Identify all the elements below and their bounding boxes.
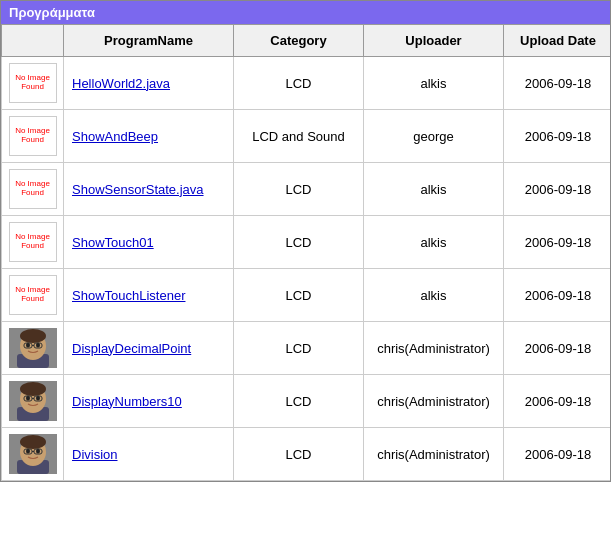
uploader-cell: alkis — [364, 163, 504, 216]
program-name-link[interactable]: HelloWorld2.java — [72, 76, 170, 91]
table-row: DivisionLCDchris(Administrator)2006-09-1… — [2, 428, 611, 481]
no-image-placeholder: No ImageFound — [9, 63, 57, 103]
table-row: DisplayNumbers10LCDchris(Administrator)2… — [2, 375, 611, 428]
upload-date-cell: 2006-09-18 — [504, 216, 611, 269]
image-cell — [2, 322, 64, 375]
upload-date-cell: 2006-09-18 — [504, 57, 611, 110]
programs-table: ProgramName Category Uploader Upload Dat… — [1, 24, 610, 481]
category-cell: LCD — [234, 216, 364, 269]
uploader-cell: alkis — [364, 216, 504, 269]
image-cell — [2, 375, 64, 428]
uploader-cell: george — [364, 110, 504, 163]
program-name-link[interactable]: Division — [72, 447, 118, 462]
no-image-placeholder: No ImageFound — [9, 116, 57, 156]
program-name-cell: Division — [64, 428, 234, 481]
upload-date-cell: 2006-09-18 — [504, 163, 611, 216]
upload-date-cell: 2006-09-18 — [504, 269, 611, 322]
svg-point-14 — [20, 382, 46, 396]
uploader-cell: alkis — [364, 57, 504, 110]
col-header-category: Category — [234, 25, 364, 57]
table-container: ProgramName Category Uploader Upload Dat… — [1, 24, 610, 481]
image-cell: No ImageFound — [2, 269, 64, 322]
uploader-cell: chris(Administrator) — [364, 375, 504, 428]
upload-date-cell: 2006-09-18 — [504, 322, 611, 375]
category-cell: LCD — [234, 163, 364, 216]
program-name-cell: DisplayDecimalPoint — [64, 322, 234, 375]
table-row: No ImageFoundShowAndBeepLCD and Soundgeo… — [2, 110, 611, 163]
no-image-placeholder: No ImageFound — [9, 275, 57, 315]
program-name-cell: ShowTouchListener — [64, 269, 234, 322]
category-cell: LCD — [234, 322, 364, 375]
table-header-row: ProgramName Category Uploader Upload Dat… — [2, 25, 611, 57]
upload-date-cell: 2006-09-18 — [504, 375, 611, 428]
image-cell: No ImageFound — [2, 163, 64, 216]
col-header-image — [2, 25, 64, 57]
uploader-cell: chris(Administrator) — [364, 322, 504, 375]
thumbnail — [9, 381, 57, 421]
program-name-link[interactable]: ShowSensorState.java — [72, 182, 204, 197]
table-row: No ImageFoundShowSensorState.javaLCDalki… — [2, 163, 611, 216]
category-cell: LCD — [234, 57, 364, 110]
image-cell — [2, 428, 64, 481]
table-row: No ImageFoundHelloWorld2.javaLCDalkis200… — [2, 57, 611, 110]
category-cell: LCD — [234, 269, 364, 322]
title-bar: Προγράμματα — [1, 1, 610, 24]
image-cell: No ImageFound — [2, 216, 64, 269]
image-cell: No ImageFound — [2, 110, 64, 163]
category-cell: LCD and Sound — [234, 110, 364, 163]
program-name-cell: DisplayNumbers10 — [64, 375, 234, 428]
program-name-link[interactable]: ShowTouch01 — [72, 235, 154, 250]
no-image-placeholder: No ImageFound — [9, 222, 57, 262]
category-cell: LCD — [234, 428, 364, 481]
upload-date-cell: 2006-09-18 — [504, 110, 611, 163]
thumbnail — [9, 328, 57, 368]
program-name-cell: ShowAndBeep — [64, 110, 234, 163]
program-name-cell: ShowTouch01 — [64, 216, 234, 269]
uploader-cell: chris(Administrator) — [364, 428, 504, 481]
program-name-link[interactable]: DisplayDecimalPoint — [72, 341, 191, 356]
table-row: No ImageFoundShowTouchListenerLCDalkis20… — [2, 269, 611, 322]
program-name-cell: ShowSensorState.java — [64, 163, 234, 216]
col-header-uploader: Uploader — [364, 25, 504, 57]
image-cell: No ImageFound — [2, 57, 64, 110]
upload-date-cell: 2006-09-18 — [504, 428, 611, 481]
main-window: Προγράμματα ProgramName Category Uploade… — [0, 0, 611, 482]
svg-point-4 — [20, 329, 46, 343]
svg-point-24 — [20, 435, 46, 449]
no-image-placeholder: No ImageFound — [9, 169, 57, 209]
col-header-uploaddate: Upload Date — [504, 25, 611, 57]
thumbnail — [9, 434, 57, 474]
program-name-link[interactable]: ShowTouchListener — [72, 288, 185, 303]
program-name-cell: HelloWorld2.java — [64, 57, 234, 110]
category-cell: LCD — [234, 375, 364, 428]
window-title: Προγράμματα — [9, 5, 95, 20]
table-row: DisplayDecimalPointLCDchris(Administrato… — [2, 322, 611, 375]
col-header-programname: ProgramName — [64, 25, 234, 57]
uploader-cell: alkis — [364, 269, 504, 322]
table-row: No ImageFoundShowTouch01LCDalkis2006-09-… — [2, 216, 611, 269]
program-name-link[interactable]: DisplayNumbers10 — [72, 394, 182, 409]
program-name-link[interactable]: ShowAndBeep — [72, 129, 158, 144]
